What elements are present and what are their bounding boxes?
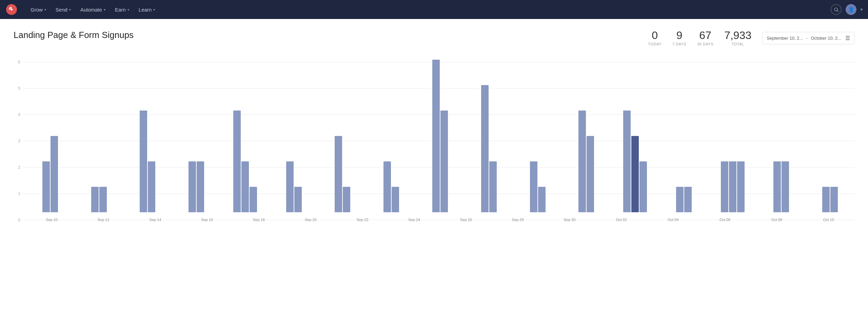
x-label: Oct 08 [751,218,803,222]
bar [99,187,107,212]
date-separator: – [806,36,808,41]
bar [538,187,546,212]
bar [830,187,838,212]
bar [197,161,204,212]
stat-30days: 67 30 DAYS [697,30,713,46]
bar-group [172,60,221,212]
search-icon[interactable] [831,4,842,15]
date-end: October 10, 2... [811,36,841,41]
y-label-6: 6 [14,60,23,64]
x-label: Sep 10 [26,218,78,222]
bar [773,161,781,212]
stat-30days-label: 30 DAYS [697,42,713,46]
nav-item-send[interactable]: Send▾ [51,4,76,15]
navbar: Grow▾Send▾Automate▾Earn▾Learn▾ 👤 ▾ [0,0,868,19]
bar [233,111,241,212]
bar-group [562,60,611,212]
bar [140,111,147,212]
nav-right: 👤 ▾ [831,4,863,15]
bar [489,161,497,212]
nav-item-earn[interactable]: Earn▾ [110,4,134,15]
y-label-3: 3 [14,139,23,143]
nav-item-learn[interactable]: Learn▾ [134,4,160,15]
date-filter[interactable]: September 10, 2... – October 10, 2... ☰ [762,32,854,44]
stat-today-value: 0 [648,30,661,41]
chart-area: 6 5 4 3 2 1 0 Sep 10Sep 12Sep 14Sep 16Se… [14,60,854,222]
x-label: Sep 22 [337,218,389,222]
nav-label-earn: Earn [115,7,126,13]
nav-label-automate: Automate [80,7,102,13]
bar [294,187,302,212]
x-label: Oct 02 [595,218,647,222]
bar [639,161,647,212]
x-label: Sep 16 [181,218,233,222]
nav-chevron-send: ▾ [69,8,71,12]
bar [189,161,196,212]
page-title: Landing Page & Form Signups [14,30,134,40]
svg-point-1 [11,8,13,11]
chart-container: 6 5 4 3 2 1 0 Sep 10Sep 12Sep 14Sep 16Se… [14,60,854,236]
bar [737,161,745,212]
bar [822,187,830,212]
bar [286,161,294,212]
bar-group [318,60,367,212]
stats-and-filter: 0 TODAY 9 7 DAYS 67 30 DAYS 7,933 TOTAL … [648,30,854,46]
bar-group [367,60,416,212]
stat-7days-value: 9 [672,30,686,41]
nav-chevron-learn: ▾ [153,8,155,12]
x-label: Oct 10 [803,218,854,222]
bar [392,187,399,212]
x-label: Sep 30 [544,218,596,222]
bar [729,161,736,212]
bar [343,187,350,212]
nav-item-grow[interactable]: Grow▾ [26,4,51,15]
bar-group [270,60,318,212]
nav-label-learn: Learn [139,7,152,13]
nav-item-automate[interactable]: Automate▾ [76,4,110,15]
stats-row: 0 TODAY 9 7 DAYS 67 30 DAYS 7,933 TOTAL [648,30,751,46]
stat-7days-label: 7 DAYS [672,42,686,46]
bar [148,161,155,212]
bar-group [708,60,757,212]
stat-total: 7,933 TOTAL [724,30,751,46]
nav-chevron-grow: ▾ [44,8,46,12]
bar [250,187,257,212]
nav-logo[interactable] [5,3,18,16]
bar-group [465,60,513,212]
y-label-1: 1 [14,191,23,196]
filter-menu-icon[interactable]: ☰ [845,35,850,41]
bar [530,161,537,212]
bar-group [513,60,562,212]
stat-today-label: TODAY [648,42,661,46]
bar [241,161,249,212]
bar [587,136,594,212]
account-dropdown-icon[interactable]: ▾ [861,7,863,12]
bar [51,136,58,212]
y-label-4: 4 [14,112,23,117]
bar [578,111,586,212]
x-label: Oct 04 [647,218,699,222]
x-label: Sep 26 [440,218,492,222]
bar [721,161,728,212]
bar [481,85,489,212]
bar-group [221,60,270,212]
y-label-0: 0 [14,218,23,222]
bar [335,136,342,212]
nav-label-send: Send [56,7,67,13]
y-label-5: 5 [14,86,23,91]
bar-group [659,60,708,212]
x-label: Sep 20 [285,218,337,222]
bar-group [416,60,465,212]
y-label-2: 2 [14,165,23,170]
bar [782,161,789,212]
svg-line-3 [837,11,838,12]
x-label: Sep 24 [388,218,440,222]
bar [623,111,631,212]
nav-label-grow: Grow [31,7,43,13]
x-label: Sep 18 [233,218,285,222]
bar-group [611,60,659,212]
bar [676,187,684,212]
user-avatar[interactable]: 👤 [846,4,856,15]
date-start: September 10, 2... [767,36,803,41]
x-label: Oct 06 [699,218,751,222]
